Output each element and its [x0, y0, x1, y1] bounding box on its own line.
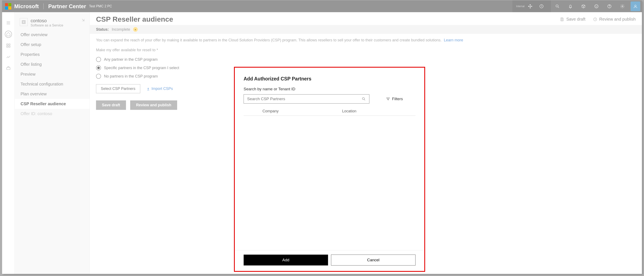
table-header: Company Location	[244, 103, 416, 116]
svg-point-4	[597, 6, 597, 6]
dashboard-icon[interactable]	[2, 40, 15, 51]
panel-title: Add Authorized CSP Partners	[244, 76, 416, 82]
hamburger-icon[interactable]	[2, 17, 15, 29]
import-csps-link[interactable]: Import CSPs	[146, 87, 173, 91]
svg-rect-13	[7, 67, 10, 70]
radio-icon	[96, 65, 101, 70]
svg-point-1	[556, 5, 558, 7]
review-publish-top-button[interactable]: Review and publish	[593, 17, 636, 22]
feedback-icon[interactable]	[590, 1, 603, 12]
brand-name: Microsoft	[14, 3, 39, 10]
svg-rect-10	[9, 44, 10, 45]
microsoft-logo-icon	[5, 3, 11, 10]
search-icon[interactable]	[551, 1, 564, 12]
svg-point-8	[634, 5, 636, 7]
svg-point-19	[362, 97, 364, 100]
settings-icon[interactable]	[616, 1, 629, 12]
nav-preview[interactable]: Preview	[15, 69, 90, 79]
add-csp-partners-panel: Add Authorized CSP Partners Search by na…	[235, 68, 424, 270]
svg-point-7	[622, 6, 623, 7]
offer-type: Software as a Service	[30, 24, 63, 27]
radio-icon	[96, 74, 101, 79]
search-icon	[362, 97, 366, 101]
filters-button[interactable]: Filters	[386, 97, 403, 101]
move-icon[interactable]	[524, 1, 536, 12]
radio-any-partner[interactable]: Any partner in the CSP program	[96, 55, 636, 64]
save-icon	[560, 17, 564, 22]
offer-thumbnail-icon	[20, 18, 28, 26]
page-titlebar: CSP Reseller audience Save draft Review …	[90, 12, 642, 25]
notification-icon[interactable]	[564, 1, 577, 12]
cancel-button[interactable]: Cancel	[331, 254, 416, 265]
offer-card: contoso Software as a Service ⇲	[15, 15, 90, 30]
clock-icon[interactable]	[536, 1, 547, 12]
help-icon[interactable]	[603, 1, 616, 12]
divider	[235, 250, 424, 250]
resell-field-label: Make my offer available for resell to *	[90, 43, 642, 54]
page-title: CSP Reseller audience	[96, 15, 173, 23]
svg-rect-16	[562, 18, 563, 19]
svg-rect-15	[23, 21, 24, 23]
save-draft-button[interactable]: Save draft	[96, 100, 126, 110]
analytics-icon[interactable]	[2, 51, 15, 63]
col-company: Company	[262, 109, 342, 113]
svg-point-2	[595, 5, 598, 8]
select-csp-partners-button[interactable]: Select CSP Partners	[96, 84, 140, 93]
internal-badge-group: Internal	[512, 1, 551, 12]
status-bar: Status: Incomplete ●	[90, 25, 642, 34]
offer-name: contoso	[30, 18, 63, 24]
table-body	[244, 116, 416, 250]
nav-properties[interactable]: Properties	[15, 50, 90, 59]
upload-icon	[146, 87, 150, 90]
search-csp-input-wrap[interactable]	[244, 94, 370, 103]
status-label: Status:	[96, 27, 109, 32]
nav-offer-listing[interactable]: Offer listing	[15, 59, 90, 69]
nav-plan-overview[interactable]: Plan overview	[15, 89, 90, 99]
svg-point-3	[596, 6, 596, 6]
offer-sidebar: contoso Software as a Service ⇲ Offer ov…	[15, 12, 90, 274]
search-label: Search by name or Tenant ID	[244, 87, 416, 91]
user-avatar[interactable]	[630, 2, 640, 11]
add-button[interactable]: Add	[244, 254, 328, 265]
page-description: You can expand the reach of your offer b…	[90, 34, 642, 43]
filter-icon	[386, 97, 390, 101]
warning-icon: ●	[133, 27, 138, 32]
env-label: Test PMC 2 PC	[89, 5, 112, 8]
col-location: Location	[342, 109, 414, 113]
nav-offer-overview[interactable]: Offer overview	[15, 30, 90, 40]
home-icon[interactable]	[2, 29, 15, 40]
header-actions	[551, 1, 642, 12]
package-icon[interactable]	[577, 1, 590, 12]
nav-offer-setup[interactable]: Offer setup	[15, 40, 90, 50]
toolbox-icon[interactable]	[2, 63, 15, 74]
svg-rect-14	[22, 21, 25, 24]
status-value: Incomplete	[112, 27, 130, 32]
review-publish-button[interactable]: Review and publish	[130, 100, 177, 110]
radio-icon	[96, 57, 101, 62]
svg-rect-12	[9, 46, 10, 47]
internal-label: Internal	[516, 5, 524, 8]
save-draft-top-button[interactable]: Save draft	[560, 17, 585, 22]
svg-rect-17	[562, 19, 563, 21]
nav-offer-id: Offer ID: contoso	[15, 109, 90, 119]
svg-rect-11	[7, 46, 8, 47]
search-csp-input[interactable]	[247, 97, 362, 101]
icon-rail	[2, 12, 15, 274]
svg-rect-9	[7, 44, 8, 45]
publish-icon	[593, 17, 597, 22]
nav-csp-reseller-audience[interactable]: CSP Reseller audience	[15, 99, 90, 109]
product-name[interactable]: Partner Center	[48, 3, 86, 10]
learn-more-link[interactable]: Learn more	[444, 38, 463, 42]
pin-icon[interactable]: ⇲	[82, 18, 84, 22]
nav-technical-config[interactable]: Technical configuration	[15, 79, 90, 89]
global-header: Microsoft Partner Center Test PMC 2 PC I…	[2, 1, 642, 12]
